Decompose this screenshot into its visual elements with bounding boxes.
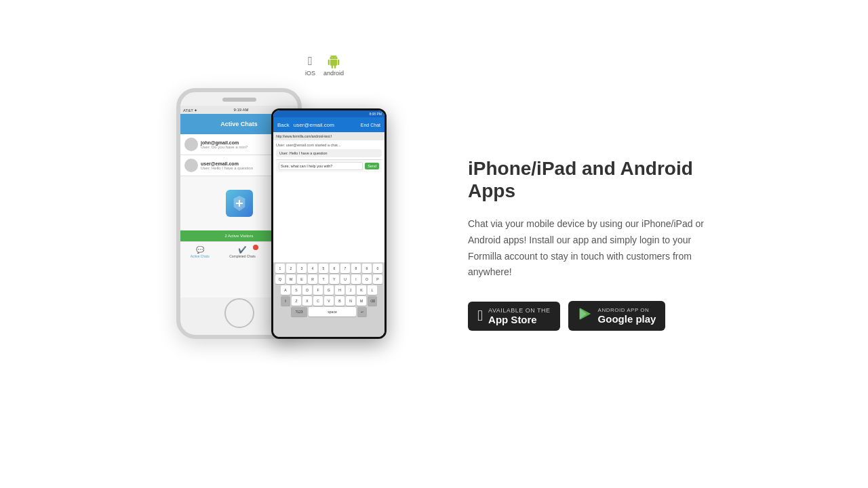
key-x[interactable]: X: [302, 296, 312, 306]
android-send-btn[interactable]: Send: [365, 163, 379, 169]
key-p[interactable]: P: [373, 274, 382, 284]
android-app-bar: Back user@email.com End Chat: [273, 117, 384, 132]
key-g[interactable]: G: [324, 285, 334, 295]
appstore-button[interactable]:  Available on the App Store: [468, 302, 560, 331]
key-1[interactable]: 1: [275, 264, 285, 273]
googleplay-button[interactable]: ANDROID APP ON Google play: [568, 301, 666, 331]
key-f[interactable]: F: [313, 285, 323, 295]
android-url-bar: http://www.formilla.com/android-test.f: [273, 132, 384, 140]
chat-name: user@email.com: [201, 161, 283, 166]
key-0[interactable]: 0: [373, 264, 382, 273]
chat-msg: User: Do you have a min?: [201, 145, 283, 149]
android-play-icon: [578, 306, 593, 325]
android-status-bar: 8:08 PM: [273, 110, 384, 117]
key-c[interactable]: C: [313, 296, 323, 306]
key-9[interactable]: 9: [362, 264, 372, 273]
android-reply-area[interactable]: Sure, what can I help you with? Send: [276, 159, 382, 172]
iphone-header-title: Active Chats: [220, 121, 258, 127]
active-visitors-text: 2 Active Visitors: [224, 234, 253, 238]
googleplay-text: ANDROID APP ON Google play: [598, 307, 656, 325]
content-area: iPhone/iPad and Android Apps Chat via yo…: [468, 157, 712, 331]
key-space[interactable]: space: [309, 307, 356, 317]
phones-area:  iOS android AT&T ✦ 9:19 AM 100%: [156, 75, 427, 413]
appstore-text: Available on the App Store: [488, 307, 551, 325]
android-icon-group: android: [323, 55, 344, 77]
googleplay-sublabel: ANDROID APP ON: [598, 307, 656, 313]
key-v[interactable]: V: [324, 296, 334, 306]
key-7[interactable]: 7: [340, 264, 350, 273]
key-i[interactable]: I: [351, 274, 361, 284]
key-s[interactable]: S: [292, 285, 301, 295]
android-screen: 8:08 PM Back user@email.com End Chat htt…: [273, 110, 384, 337]
key-backspace[interactable]: ⌫: [368, 296, 377, 306]
store-buttons:  Available on the App Store A: [468, 301, 712, 331]
key-j[interactable]: J: [346, 285, 355, 295]
android-keyboard: 1 2 3 4 5 6 7 8 9 0 Q W E: [273, 262, 384, 337]
key-z[interactable]: Z: [292, 296, 301, 306]
key-u[interactable]: U: [340, 274, 350, 284]
chat-avatar: [184, 138, 198, 151]
apple-icon: : [477, 307, 483, 325]
key-h[interactable]: H: [335, 285, 344, 295]
key-o[interactable]: O: [362, 274, 372, 284]
key-m[interactable]: M: [357, 296, 366, 306]
key-k[interactable]: K: [357, 285, 366, 295]
googleplay-name: Google play: [598, 313, 656, 325]
key-d[interactable]: D: [302, 285, 312, 295]
android-chat-area: User: user@email.com started a chat... U…: [273, 140, 384, 175]
tab-active-chats[interactable]: 💬 Active Chats: [191, 246, 210, 258]
android-chat-title: user@email.com: [294, 122, 357, 128]
chat-name: john@gmail.com: [201, 140, 283, 145]
key-e[interactable]: E: [297, 274, 307, 284]
android-time: 8:08 PM: [369, 112, 382, 116]
key-t[interactable]: T: [319, 274, 328, 284]
key-sym[interactable]: ?123: [291, 307, 307, 317]
platform-icons:  iOS android: [305, 54, 344, 77]
key-3[interactable]: 3: [297, 264, 307, 273]
android-robot-icon: [327, 55, 340, 68]
tab-completed-chats[interactable]: ✔️ Completed Chats: [229, 246, 256, 258]
key-q[interactable]: Q: [275, 274, 285, 284]
key-enter[interactable]: ↩: [357, 307, 367, 317]
keyboard-row-3: A S D F G H J K L: [273, 284, 384, 295]
android-mockup: 8:08 PM Back user@email.com End Chat htt…: [271, 108, 387, 339]
key-6[interactable]: 6: [330, 264, 339, 273]
android-end-chat-btn[interactable]: End Chat: [361, 123, 380, 127]
android-reply-input[interactable]: Sure, what can I help you with?: [279, 162, 363, 170]
key-8[interactable]: 8: [351, 264, 361, 273]
ios-label: iOS: [305, 70, 315, 77]
iphone-carrier: AT&T ✦: [183, 108, 197, 113]
key-y[interactable]: Y: [330, 274, 339, 284]
formilla-logo: [226, 190, 253, 217]
appstore-sublabel: Available on the: [488, 307, 551, 314]
iphone-time: 9:19 AM: [234, 108, 249, 112]
chat-msg: User: Hello I have a question: [201, 166, 283, 170]
key-b[interactable]: B: [335, 296, 344, 306]
chat-avatar: [184, 159, 198, 172]
appstore-name: App Store: [488, 314, 551, 325]
key-4[interactable]: 4: [308, 264, 317, 273]
key-5[interactable]: 5: [319, 264, 328, 273]
keyboard-row-4: ⇧ Z X C V B N M ⌫: [273, 295, 384, 306]
android-url-text: http://www.formilla.com/android-test.f: [276, 134, 332, 138]
key-l[interactable]: L: [368, 285, 377, 295]
key-n[interactable]: N: [346, 296, 355, 306]
android-label: android: [323, 70, 344, 77]
keyboard-row-2: Q W E R T Y U I O P: [273, 273, 384, 284]
keyboard-row-1: 1 2 3 4 5 6 7 8 9 0: [273, 262, 384, 273]
android-msg-bubble-1: User: Hello I have a question: [276, 149, 382, 157]
chat-info: john@gmail.com User: Do you have a min?: [201, 140, 283, 149]
key-shift[interactable]: ⇧: [281, 296, 290, 306]
android-back-btn[interactable]: Back: [277, 122, 290, 128]
key-2[interactable]: 2: [286, 264, 296, 273]
ios-icon-group:  iOS: [305, 54, 315, 77]
chat-info: user@email.com User: Hello I have a ques…: [201, 161, 283, 170]
key-a[interactable]: A: [281, 285, 290, 295]
page-title: iPhone/iPad and Android Apps: [468, 157, 712, 203]
key-r[interactable]: R: [308, 274, 317, 284]
keyboard-row-5: ?123 space ↩: [273, 306, 384, 318]
android-msg-1: User: user@email.com started a chat...: [276, 143, 382, 147]
key-w[interactable]: W: [286, 274, 296, 284]
page-description: Chat via your mobile device by using our…: [468, 216, 712, 281]
